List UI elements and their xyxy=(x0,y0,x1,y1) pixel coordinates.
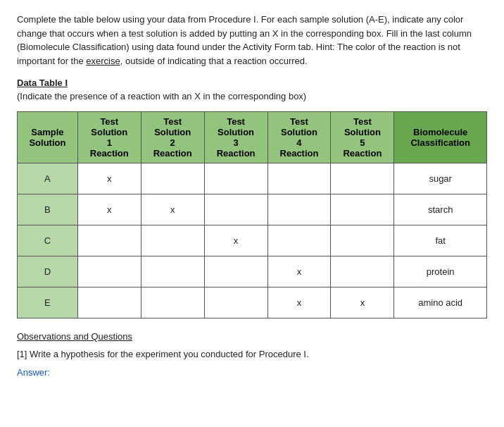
header-biomolecule: BiomoleculeClassification xyxy=(394,112,487,163)
cell-ts5: x xyxy=(331,287,394,318)
answer-label: Answer: xyxy=(17,367,487,378)
cell-bio: starch xyxy=(394,194,487,225)
cell-bio: fat xyxy=(394,225,487,256)
table-row: Exxamino acid xyxy=(18,287,487,318)
cell-ts5 xyxy=(331,194,394,225)
obs-question-1: [1] Write a hypothesis for the experimen… xyxy=(17,347,487,361)
table-row: Cxfat xyxy=(18,225,487,256)
cell-ts5 xyxy=(331,163,394,194)
cell-ts1 xyxy=(77,225,141,256)
cell-bio: amino acid xyxy=(394,287,487,318)
data-table-title: Data Table I xyxy=(17,78,487,88)
table-row: Bxxstarch xyxy=(18,194,487,225)
cell-sample: E xyxy=(18,287,78,318)
cell-ts2 xyxy=(141,256,204,287)
cell-ts1: x xyxy=(77,163,141,194)
cell-sample: A xyxy=(18,163,78,194)
cell-sample: B xyxy=(18,194,78,225)
cell-ts3 xyxy=(204,256,267,287)
cell-ts3: x xyxy=(204,225,267,256)
cell-sample: D xyxy=(18,256,78,287)
underline-exercise: exercise xyxy=(86,56,120,66)
cell-ts2 xyxy=(141,225,204,256)
cell-ts4: x xyxy=(267,287,331,318)
cell-ts3 xyxy=(204,287,267,318)
header-ts1: TestSolution1Reaction xyxy=(77,112,141,163)
cell-ts3 xyxy=(204,163,267,194)
cell-ts1 xyxy=(77,287,141,318)
cell-ts5 xyxy=(331,256,394,287)
cell-ts2 xyxy=(141,163,204,194)
cell-bio: sugar xyxy=(394,163,487,194)
cell-ts2 xyxy=(141,287,204,318)
data-table: SampleSolution TestSolution1Reaction Tes… xyxy=(17,111,487,318)
header-ts4: TestSolution4Reaction xyxy=(267,112,331,163)
cell-bio: protein xyxy=(394,256,487,287)
data-table-subtitle: (Indicate the presence of a reaction wit… xyxy=(17,91,487,101)
cell-ts4 xyxy=(267,163,331,194)
cell-ts4 xyxy=(267,194,331,225)
header-ts5: TestSolution5Reaction xyxy=(331,112,394,163)
cell-ts5 xyxy=(331,225,394,256)
cell-ts1 xyxy=(77,256,141,287)
cell-ts4: x xyxy=(267,256,331,287)
header-sample-solution: SampleSolution xyxy=(18,112,78,163)
cell-ts2: x xyxy=(141,194,204,225)
header-ts2: TestSolution2Reaction xyxy=(141,112,204,163)
cell-ts1: x xyxy=(77,194,141,225)
table-row: Axsugar xyxy=(18,163,487,194)
cell-ts4 xyxy=(267,225,331,256)
cell-sample: C xyxy=(18,225,78,256)
observations-title: Observations and Questions xyxy=(17,331,487,342)
cell-ts3 xyxy=(204,194,267,225)
header-ts3: TestSolution3Reaction xyxy=(204,112,267,163)
table-row: Dxprotein xyxy=(18,256,487,287)
instructions-text: Complete the table below using your data… xyxy=(17,13,487,68)
